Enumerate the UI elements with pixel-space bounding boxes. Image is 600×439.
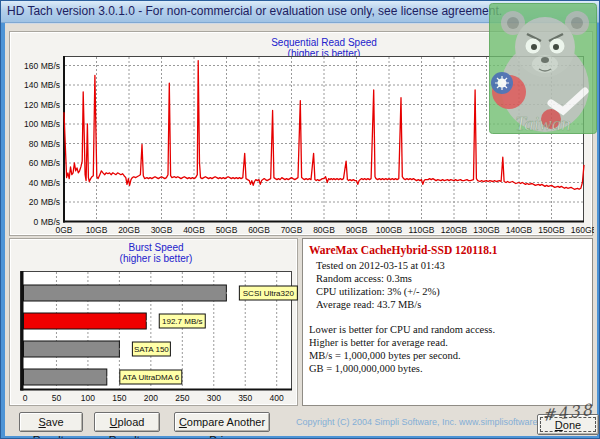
burst-x-tick: 100 <box>81 393 95 403</box>
seq-x-tick: 80GB <box>313 225 335 235</box>
upload-results-button[interactable]: Upload Results <box>94 412 160 432</box>
seq-y-tick: 140 MB/s <box>24 80 60 90</box>
drive-name: WareMax CacheHybrid-SSD 120118.1 <box>309 244 586 257</box>
info-text-line: Higher is better for average read. <box>309 336 586 349</box>
seq-y-tick: 40 MB/s <box>29 178 60 188</box>
seq-y-tick: 80 MB/s <box>29 139 60 149</box>
seq-y-tick: 160 MB/s <box>24 61 60 71</box>
seq-x-tick: 20GB <box>118 225 140 235</box>
info-text-line: Random access: 0.3ms <box>316 272 586 285</box>
info-text-line: MB/s = 1,000,000 bytes per second. <box>309 349 586 362</box>
seq-y-tick: 20 MB/s <box>29 197 60 207</box>
burst-bar <box>24 341 120 357</box>
window-title: HD Tach version 3.0.1.0 - For non-commer… <box>7 4 502 18</box>
seq-x-tick: 110GB <box>409 225 435 235</box>
seq-x-tick: 60GB <box>248 225 270 235</box>
seq-x-tick: 150GB <box>538 225 565 235</box>
burst-bar-label: SATA 150 <box>134 345 169 354</box>
titlebar[interactable]: HD Tach version 3.0.1.0 - For non-commer… <box>1 1 599 23</box>
seq-x-tick: 30GB <box>151 225 173 235</box>
hd-tach-window: HD Tach version 3.0.1.0 - For non-commer… <box>0 0 600 439</box>
burst-x-tick: 350 <box>238 393 252 403</box>
burst-x-tick: 250 <box>175 393 189 403</box>
burst-x-tick: 400 <box>270 393 284 403</box>
seq-x-tick: 40GB <box>183 225 205 235</box>
burst-speed-chart: Burst Speed(higher is better)SCSI Ultra3… <box>10 239 299 407</box>
info-text-line: Average read: 43.7 MB/s <box>316 298 586 311</box>
burst-chart-title: Burst Speed <box>128 242 183 253</box>
burst-bar <box>24 285 227 301</box>
compare-another-drive-label: Compare Another Drive <box>175 413 269 439</box>
seq-x-tick: 90GB <box>346 225 368 235</box>
drive-info-panel: WareMax CacheHybrid-SSD 120118.1 Tested … <box>302 238 593 406</box>
drive-notes: Lower is better for CPU and random acces… <box>309 323 586 375</box>
client-area: Sequential Read Speed(higher is better)0… <box>5 23 597 436</box>
upload-results-label: Upload Results <box>95 413 159 439</box>
info-text-line: CPU utilization: 3% (+/- 2%) <box>316 285 586 298</box>
sequential-read-chart: Sequential Read Speed(higher is better)0… <box>10 32 594 237</box>
burst-bar-label: SCSI Ultra320 <box>243 289 295 298</box>
seq-x-tick: 160GB <box>571 225 594 235</box>
seq-y-tick: 60 MB/s <box>29 158 60 168</box>
burst-x-tick: 200 <box>144 393 158 403</box>
seq-x-tick: 0GB <box>55 225 72 235</box>
seq-x-tick: 100GB <box>376 225 403 235</box>
info-text-line: GB = 1,000,000,000 bytes. <box>309 362 586 375</box>
seq-x-tick: 130GB <box>473 225 500 235</box>
seq-x-tick: 70GB <box>281 225 303 235</box>
burst-x-tick: 300 <box>207 393 221 403</box>
seq-chart-title: Sequential Read Speed <box>271 37 377 48</box>
seq-x-tick: 140GB <box>506 225 533 235</box>
seq-y-tick: 100 MB/s <box>24 119 60 129</box>
burst-bar <box>24 369 107 385</box>
sequential-read-panel: Sequential Read Speed(higher is better)0… <box>9 31 593 236</box>
seq-y-tick: 120 MB/s <box>24 100 60 110</box>
seq-x-tick: 10GB <box>86 225 108 235</box>
burst-x-tick: 50 <box>52 393 62 403</box>
info-text-line: Lower is better for CPU and random acces… <box>309 323 586 336</box>
compare-another-drive-button[interactable]: Compare Another Drive <box>174 412 270 432</box>
done-button[interactable]: Done <box>537 414 599 435</box>
info-text-line: Tested on 2012-03-15 at 01:43 <box>316 259 586 272</box>
drive-stats: Tested on 2012-03-15 at 01:43Random acce… <box>309 259 586 311</box>
save-results-label: Save Results <box>20 413 82 439</box>
seq-x-tick: 50GB <box>216 225 238 235</box>
burst-speed-panel: Burst Speed(higher is better)SCSI Ultra3… <box>9 238 298 406</box>
burst-x-tick: 0 <box>23 393 28 403</box>
done-label: Done <box>538 416 598 434</box>
burst-chart-subtitle: (higher is better) <box>120 253 193 264</box>
burst-bar-label: 192.7 MB/s <box>162 317 202 326</box>
save-results-button[interactable]: Save Results <box>19 412 83 432</box>
seq-x-tick: 120GB <box>441 225 468 235</box>
copyright-text: Copyright (C) 2004 Simpli Software, Inc.… <box>296 417 536 427</box>
burst-x-tick: 150 <box>112 393 126 403</box>
burst-bar <box>24 313 147 329</box>
burst-bar-label: ATA UltraDMA 6 <box>122 373 180 382</box>
